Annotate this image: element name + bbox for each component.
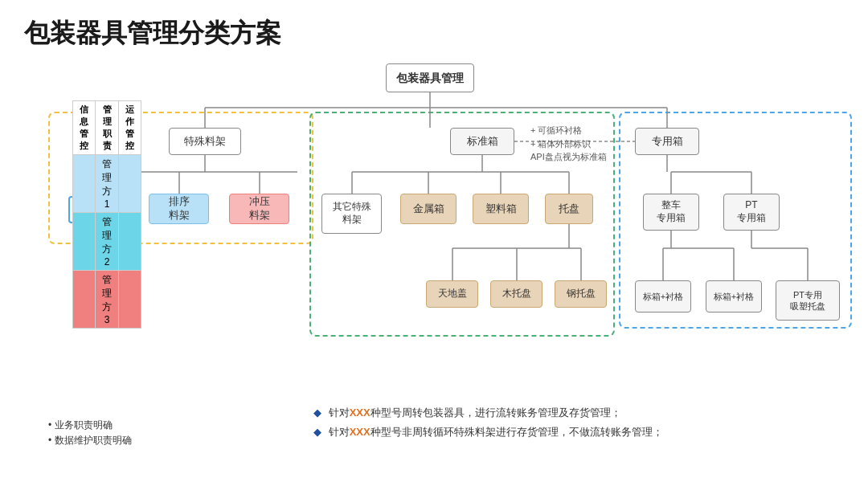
page: 包装器具管理分类方案 bbox=[0, 0, 868, 478]
bullet1: • 业务职责明确 bbox=[48, 419, 132, 432]
annotation-line2: + 箱体外部标识 bbox=[530, 137, 635, 151]
legend-row1-col1 bbox=[73, 155, 96, 213]
bb1-text1: 针对 bbox=[329, 407, 350, 419]
paixu-label: 排序料架 bbox=[169, 195, 190, 223]
biaoxiang2-node: 标箱+衬格 bbox=[706, 280, 762, 313]
bottom-bullet2: ◆ 针对XXX种型号非周转循环特殊料架进行存货管理，不做流转账务管理； bbox=[313, 423, 663, 441]
legend-header-col2: 管理职责 bbox=[96, 101, 119, 155]
diagram-area: 包装器具管理 特殊料架 标准箱 专用箱 Dolly 排序料架 冲压料架 其它特殊… bbox=[24, 63, 844, 457]
chongya-label: 冲压料架 bbox=[249, 195, 270, 223]
legend-row1-col3 bbox=[119, 155, 141, 213]
whole-car-node: 整车专用箱 bbox=[643, 194, 699, 231]
annotation-box: + 可循环衬格 + 箱体外部标识 API盘点视为标准箱 bbox=[530, 124, 635, 164]
bullet2: • 数据维护职责明确 bbox=[48, 434, 132, 447]
annotation-line1: + 可循环衬格 bbox=[530, 124, 635, 137]
bb1-highlight: XXX bbox=[350, 407, 371, 419]
page-title: 包装器具管理分类方案 bbox=[24, 16, 844, 51]
annotation-line3: API盘点视为标准箱 bbox=[530, 150, 635, 164]
biaoxiang1-node: 标箱+衬格 bbox=[635, 280, 691, 313]
pallet-node: 托盘 bbox=[545, 194, 593, 224]
standard-box-node: 标准箱 bbox=[450, 128, 514, 155]
legend-row3-col3 bbox=[119, 271, 141, 329]
bb1-text2: 种型号周转包装器具，进行流转账务管理及存货管理； bbox=[371, 407, 621, 419]
legend-row2-col1 bbox=[73, 213, 96, 271]
pt-box-label: PT专用箱 bbox=[737, 199, 766, 224]
steel-pallet-node: 钢托盘 bbox=[555, 280, 607, 308]
paixu-node: 排序料架 bbox=[149, 194, 209, 224]
other-label: 其它特殊料架 bbox=[333, 201, 371, 226]
tiandgai-node: 天地盖 bbox=[426, 280, 478, 308]
pt-pallet-label: PT专用吸塑托盘 bbox=[790, 289, 825, 313]
bottom-bullet1: ◆ 针对XXX种型号周转包装器具，进行流转账务管理及存货管理； bbox=[313, 403, 663, 422]
root-node: 包装器具管理 bbox=[386, 63, 474, 92]
whole-car-label: 整车专用箱 bbox=[657, 199, 686, 224]
special-rack-node: 特殊料架 bbox=[169, 128, 241, 155]
legend-table: 信息管控 管理职责 运作管控 管理方1 管理方2 管理方3 bbox=[72, 100, 141, 329]
diamond1: ◆ bbox=[313, 407, 321, 419]
legend-row2-col2: 管理方2 bbox=[96, 213, 119, 271]
bb2-highlight: XXX bbox=[350, 426, 371, 438]
special-box-node: 专用箱 bbox=[635, 128, 699, 155]
bb2-text1: 针对 bbox=[329, 426, 350, 438]
legend-header-col3: 运作管控 bbox=[119, 101, 141, 155]
bb2-text2: 种型号非周转循环特殊料架进行存货管理，不做流转账务管理； bbox=[371, 426, 663, 438]
metal-box-node: 金属箱 bbox=[400, 194, 457, 224]
pt-pallet-node: PT专用吸塑托盘 bbox=[776, 280, 840, 321]
diamond2: ◆ bbox=[313, 426, 321, 438]
legend-row3-col2: 管理方3 bbox=[96, 271, 119, 329]
other-special-node: 其它特殊料架 bbox=[321, 194, 382, 234]
legend-row1-col2: 管理方1 bbox=[96, 155, 119, 213]
legend-row3-col1 bbox=[73, 271, 96, 329]
legend-row2-col3 bbox=[119, 213, 141, 271]
bullets: • 业务职责明确 • 数据维护职责明确 bbox=[48, 417, 132, 449]
chongya-node: 冲压料架 bbox=[229, 194, 289, 224]
bottom-info: ◆ 针对XXX种型号周转包装器具，进行流转账务管理及存货管理； ◆ 针对XXX种… bbox=[313, 403, 663, 441]
wood-pallet-node: 木托盘 bbox=[490, 280, 542, 308]
legend-header-col1: 信息管控 bbox=[73, 101, 96, 155]
plastic-box-node: 塑料箱 bbox=[473, 194, 529, 224]
pt-box-node: PT专用箱 bbox=[723, 194, 780, 231]
